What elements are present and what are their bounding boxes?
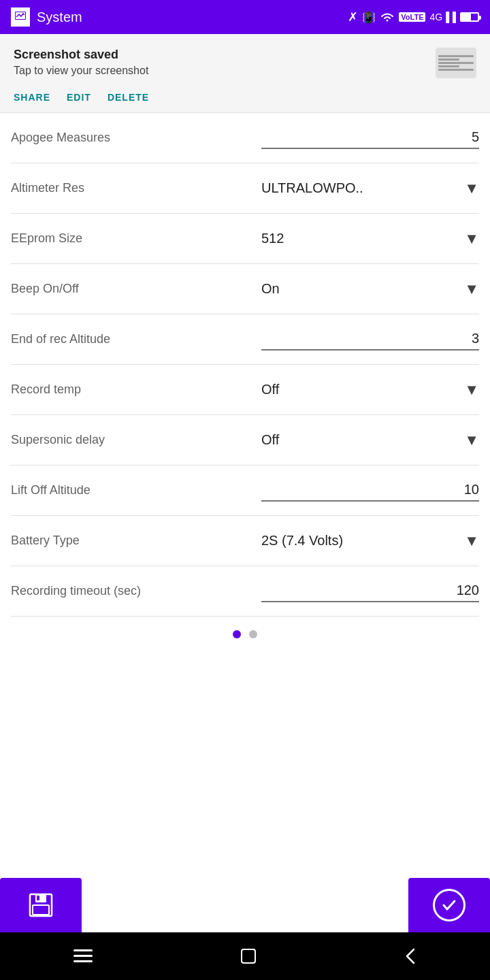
setting-dropdown[interactable]: 2S (7.4 Volts)▼: [261, 532, 479, 550]
setting-dropdown-value: Off: [261, 432, 279, 448]
svg-rect-4: [33, 905, 49, 915]
battery-icon: [460, 12, 479, 22]
setting-row: Record tempOff▼: [11, 365, 479, 415]
page-dots: [11, 617, 479, 652]
dropdown-arrow-icon: ▼: [464, 280, 479, 298]
setting-value-container: [261, 580, 479, 602]
home-nav-icon[interactable]: [240, 948, 257, 964]
bluetooth-icon: ✗: [348, 10, 358, 24]
setting-input[interactable]: [261, 328, 479, 350]
save-button[interactable]: [0, 878, 82, 932]
setting-label: Recording timeout (sec): [11, 584, 261, 598]
setting-label: Battery Type: [11, 534, 261, 548]
setting-dropdown[interactable]: Off▼: [261, 431, 479, 449]
setting-value-container: [261, 479, 479, 502]
confirm-button[interactable]: [408, 878, 490, 932]
setting-label: Beep On/Off: [11, 282, 261, 296]
dot-1: [233, 630, 241, 638]
notification-subtitle: Tap to view your screenshot: [14, 65, 148, 77]
setting-value-container: 2S (7.4 Volts)▼: [261, 532, 479, 550]
setting-dropdown[interactable]: ULTRALOWPO..▼: [261, 180, 479, 197]
back-nav-icon[interactable]: [404, 947, 416, 966]
setting-input[interactable]: [261, 127, 479, 149]
setting-dropdown-value: On: [261, 281, 280, 297]
setting-value-container: Off▼: [261, 431, 479, 449]
setting-row: Lift Off Altitude: [11, 466, 479, 516]
dropdown-arrow-icon: ▼: [464, 180, 479, 197]
settings-content: Apogee MeasuresAltimeter ResULTRALOWPO..…: [0, 113, 490, 878]
setting-label: Altimeter Res: [11, 181, 261, 195]
setting-label: Lift Off Altitude: [11, 483, 261, 497]
setting-value-container: 512▼: [261, 230, 479, 248]
app-title: System: [37, 10, 341, 25]
setting-row: Apogee Measures: [11, 113, 479, 163]
dropdown-arrow-icon: ▼: [464, 532, 479, 550]
setting-row: Recording timeout (sec): [11, 566, 479, 617]
wifi-icon: [380, 11, 395, 23]
setting-row: Supersonic delayOff▼: [11, 415, 479, 466]
notification-card[interactable]: Screenshot saved Tap to view your screen…: [0, 34, 490, 113]
save-icon: [26, 890, 56, 920]
signal-bars: 4G▐▐: [429, 12, 456, 22]
check-circle: [433, 889, 466, 921]
edit-button[interactable]: EDIT: [67, 89, 91, 105]
setting-value-container: [261, 328, 479, 350]
setting-dropdown-value: Off: [261, 382, 279, 397]
volte-badge: VoLTE: [399, 12, 425, 22]
setting-label: Apogee Measures: [11, 131, 261, 145]
dropdown-arrow-icon: ▼: [464, 381, 479, 399]
setting-row: Battery Type2S (7.4 Volts)▼: [11, 516, 479, 566]
setting-dropdown[interactable]: On▼: [261, 280, 479, 298]
svg-rect-8: [74, 960, 93, 962]
setting-row: End of rec Altitude: [11, 314, 479, 365]
status-bar: System ✗ 📳 VoLTE 4G▐▐: [0, 0, 490, 34]
dot-2: [249, 630, 257, 638]
nav-bar: [0, 932, 490, 980]
setting-label: Supersonic delay: [11, 433, 261, 447]
screenshot-thumbnail: [436, 48, 476, 78]
app-icon: [11, 7, 30, 27]
setting-input[interactable]: [261, 580, 479, 602]
setting-row: Altimeter ResULTRALOWPO..▼: [11, 163, 479, 214]
vibrate-icon: 📳: [362, 11, 376, 24]
svg-rect-7: [74, 955, 93, 957]
delete-button[interactable]: DELETE: [108, 89, 149, 105]
svg-rect-5: [37, 896, 39, 900]
menu-nav-icon[interactable]: [74, 949, 93, 963]
notification-title: Screenshot saved: [14, 48, 148, 62]
setting-label: Record temp: [11, 382, 261, 397]
notification-actions: SHARE EDIT DELETE: [14, 89, 476, 105]
setting-dropdown[interactable]: 512▼: [261, 230, 479, 248]
setting-value-container: ULTRALOWPO..▼: [261, 180, 479, 197]
setting-dropdown[interactable]: Off▼: [261, 381, 479, 399]
status-icons: ✗ 📳 VoLTE 4G▐▐: [348, 10, 479, 24]
setting-value-container: Off▼: [261, 381, 479, 399]
bottom-actions: [0, 878, 490, 932]
dropdown-arrow-icon: ▼: [464, 431, 479, 449]
setting-input[interactable]: [261, 479, 479, 502]
setting-dropdown-value: ULTRALOWPO..: [261, 180, 363, 196]
setting-value-container: On▼: [261, 280, 479, 298]
setting-value-container: [261, 127, 479, 149]
setting-label: End of rec Altitude: [11, 332, 261, 346]
setting-dropdown-value: 2S (7.4 Volts): [261, 533, 343, 549]
checkmark-icon: [440, 896, 459, 915]
svg-rect-6: [74, 949, 93, 951]
setting-row: EEprom Size512▼: [11, 214, 479, 264]
setting-row: Beep On/OffOn▼: [11, 264, 479, 314]
setting-dropdown-value: 512: [261, 231, 284, 246]
setting-label: EEprom Size: [11, 231, 261, 246]
svg-rect-9: [242, 949, 255, 963]
dropdown-arrow-icon: ▼: [464, 230, 479, 248]
share-button[interactable]: SHARE: [14, 89, 50, 105]
